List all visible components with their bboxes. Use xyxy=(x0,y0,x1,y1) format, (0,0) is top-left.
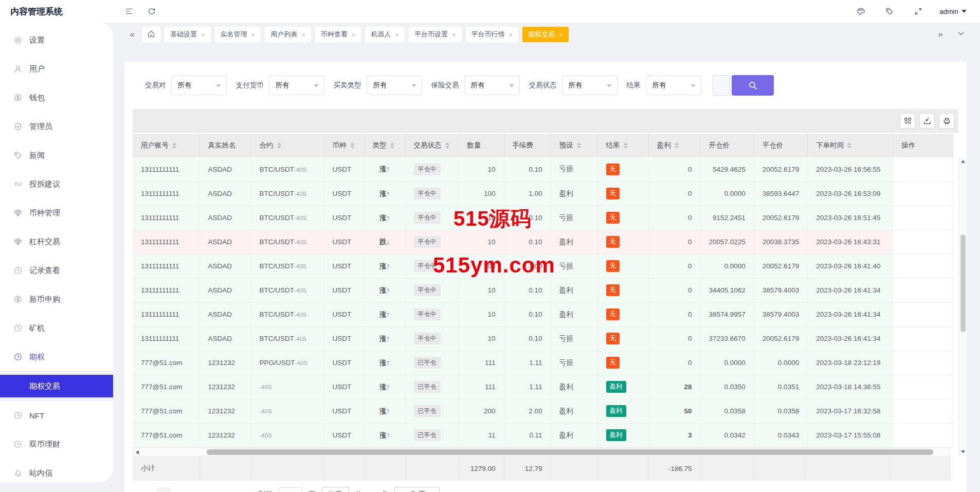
tab-close-icon[interactable]: × xyxy=(509,31,513,38)
page-number-165[interactable]: 165 xyxy=(219,487,232,492)
tab-机器人[interactable]: 机器人× xyxy=(365,27,405,42)
goto-page-input[interactable] xyxy=(279,487,302,492)
sort-carets-icon[interactable] xyxy=(577,142,581,149)
filter-select-status[interactable]: 所有 xyxy=(562,76,618,95)
tab-close-icon[interactable]: × xyxy=(352,31,356,38)
sort-carets-icon[interactable] xyxy=(624,142,628,149)
page-number-2[interactable]: 2 xyxy=(172,487,186,492)
profit-cell: 3 xyxy=(648,423,700,447)
sidebar-item-双币理财[interactable]: 双币理财 xyxy=(0,430,113,459)
column-header-coin[interactable]: 币种 xyxy=(324,134,364,157)
confirm-button[interactable]: 确定 xyxy=(322,487,349,492)
column-header-profit[interactable]: 盈利 xyxy=(648,134,700,157)
tab-期权交易[interactable]: 期权交易× xyxy=(522,27,569,42)
subtotal-cell xyxy=(405,457,459,481)
sort-carets-icon[interactable] xyxy=(445,142,449,149)
tabs-scroll-right-icon[interactable]: » xyxy=(935,29,946,40)
result-cell: 无 xyxy=(597,326,648,351)
filter-expand-button[interactable] xyxy=(713,75,730,96)
profit-cell: 28 xyxy=(648,375,700,399)
sort-carets-icon[interactable] xyxy=(675,142,679,149)
action-cell xyxy=(893,157,953,181)
realname-cell: ASDAD xyxy=(199,326,251,351)
sort-carets-icon[interactable] xyxy=(847,142,851,149)
page-next-icon[interactable]: › xyxy=(239,487,252,492)
column-header-contract[interactable]: 合约 xyxy=(251,134,324,157)
vertical-scrollbar-thumb[interactable] xyxy=(960,234,966,332)
sidebar-item-label: 新闻 xyxy=(29,151,45,160)
vertical-scrollbar[interactable] xyxy=(959,157,967,456)
theme-palette-icon[interactable] xyxy=(853,4,868,19)
page-number-3[interactable]: 3 xyxy=(188,487,202,492)
tab-close-icon[interactable]: × xyxy=(251,31,256,38)
column-header-time[interactable]: 下单时间 xyxy=(808,134,893,157)
sidebar-item-矿机[interactable]: 矿机 xyxy=(0,314,113,342)
column-header-type[interactable]: 类型 xyxy=(364,134,405,157)
sidebar-item-杠杆交易[interactable]: 杠杆交易 xyxy=(0,227,113,256)
page-prev-icon[interactable]: ‹ xyxy=(137,487,151,492)
tab-平台币设置[interactable]: 平台币设置× xyxy=(409,27,462,42)
filter-select-currency[interactable]: 所有 xyxy=(269,76,324,95)
horizontal-scrollbar-thumb[interactable] xyxy=(207,449,933,455)
open-price-cell: 0.0350 xyxy=(700,375,754,399)
export-icon[interactable] xyxy=(919,113,935,129)
sidebar-item-NFT[interactable]: NFT xyxy=(0,401,113,430)
tab-基础设置[interactable]: 基础设置× xyxy=(165,27,211,42)
filter-select-insurance[interactable]: 所有 xyxy=(464,76,520,95)
column-header-result[interactable]: 结果 xyxy=(597,134,648,157)
filter-select-trade-type[interactable]: 所有 xyxy=(367,76,422,95)
filter-select-result[interactable]: 所有 xyxy=(646,76,701,95)
tabs-dropdown-icon[interactable] xyxy=(955,29,967,40)
sidebar-item-期权[interactable]: 期权 xyxy=(0,342,113,371)
tab-close-icon[interactable]: × xyxy=(301,31,305,38)
tab-用户列表[interactable]: 用户列表× xyxy=(265,27,311,42)
sidebar-item-设置[interactable]: 设置 xyxy=(0,26,113,54)
column-header-account[interactable]: 用户账号 xyxy=(133,134,199,157)
sidebar-item-钱包[interactable]: 钱包 xyxy=(0,83,113,112)
sidebar-item-站内信[interactable]: 站内信 xyxy=(0,459,113,482)
tabs-scroll-left-icon[interactable]: « xyxy=(126,29,138,40)
sidebar-item-label: 用户 xyxy=(29,64,45,74)
scroll-left-arrow-icon[interactable] xyxy=(136,450,139,454)
column-header-status[interactable]: 交易状态 xyxy=(405,134,459,157)
sidebar-item-管理员[interactable]: 管理员 xyxy=(0,112,113,141)
scroll-up-arrow-icon[interactable] xyxy=(961,160,965,163)
filter-select-pair[interactable]: 所有 xyxy=(171,76,227,95)
print-icon[interactable] xyxy=(939,113,954,129)
sidebar-item-options-trading[interactable]: 期权交易 xyxy=(0,375,113,397)
search-button[interactable] xyxy=(732,75,774,96)
sidebar-item-币种管理[interactable]: 币种管理 xyxy=(0,198,113,227)
tab-close-icon[interactable]: × xyxy=(452,31,456,38)
sort-carets-icon[interactable] xyxy=(277,142,281,149)
fullscreen-icon[interactable] xyxy=(911,4,926,19)
tab-实名管理[interactable]: 实名管理× xyxy=(215,27,261,42)
sort-carets-icon[interactable] xyxy=(172,142,176,149)
subtotal-cell xyxy=(753,457,805,481)
refresh-icon[interactable] xyxy=(144,4,159,19)
sort-carets-icon[interactable] xyxy=(390,142,394,149)
tab-平台币行情[interactable]: 平台币行情× xyxy=(466,27,519,42)
tag-icon[interactable] xyxy=(882,4,897,19)
type-cell: 涨↑ xyxy=(364,206,405,230)
sidebar-item-用户[interactable]: 用户 xyxy=(0,54,113,83)
scroll-down-arrow-icon[interactable] xyxy=(961,450,965,453)
sort-carets-icon[interactable] xyxy=(350,142,354,149)
horizontal-scrollbar[interactable] xyxy=(133,448,950,457)
columns-icon[interactable] xyxy=(900,113,915,129)
order-time-cell: 2023-03-26 16:43:31 xyxy=(808,230,893,254)
sidebar-item-记录查看[interactable]: 记录查看 xyxy=(0,256,113,285)
home-tab[interactable] xyxy=(142,27,160,42)
sidebar-item-投拆建议[interactable]: 投拆建议 xyxy=(0,170,113,198)
sidebar-item-新币申购[interactable]: 新币申购 xyxy=(0,285,113,314)
tab-close-icon[interactable]: × xyxy=(559,31,563,38)
user-menu[interactable]: admin xyxy=(939,8,967,15)
tab-close-icon[interactable]: × xyxy=(395,31,399,38)
action-cell xyxy=(893,206,953,230)
sidebar-fold-icon[interactable] xyxy=(121,4,137,19)
gem-icon xyxy=(14,209,22,217)
sidebar-item-新闻[interactable]: 新闻 xyxy=(0,141,113,170)
tab-close-icon[interactable]: × xyxy=(201,31,205,38)
page-size-select[interactable]: 20 条/页 xyxy=(394,487,440,492)
tab-币种查看[interactable]: 币种查看× xyxy=(315,27,361,42)
column-header-preset[interactable]: 预设 xyxy=(551,134,597,157)
